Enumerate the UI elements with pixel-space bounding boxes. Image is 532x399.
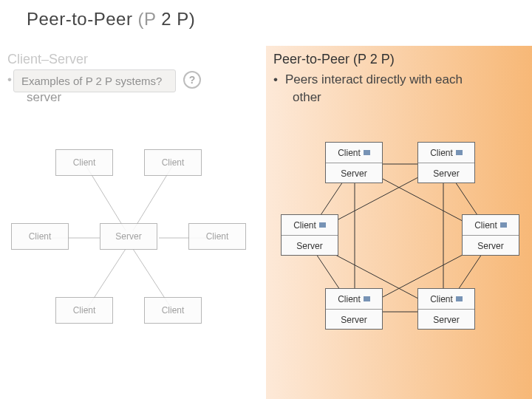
right-column: Peer-to-Peer (P 2 P) • Peers interact di… — [266, 46, 532, 399]
peer-node: Client Server — [462, 214, 519, 256]
cs-client-node: Client — [144, 297, 202, 324]
peer-client-label: Client — [338, 294, 361, 304]
title-part2: (P — [138, 9, 157, 29]
title-part3: 2 P) — [156, 9, 195, 29]
peer-node: Client Server — [325, 288, 383, 330]
bullet-dot: • — [7, 72, 12, 87]
peer-client-label: Client — [430, 148, 453, 158]
cs-client-node: Client — [188, 223, 246, 250]
cs-client-node: Client — [55, 149, 113, 176]
peer-client-label: Client — [293, 220, 316, 231]
cs-client-node: Client — [55, 297, 113, 324]
computer-icon — [364, 296, 370, 301]
peer-server-label: Server — [326, 310, 382, 330]
client-server-diagram: Client Client Client Server Client Clien… — [7, 134, 259, 341]
right-bullet-text2: other — [266, 90, 532, 105]
right-bullet-text1: Peers interact directly with each — [285, 72, 525, 87]
computer-icon — [456, 150, 463, 155]
cs-client-node: Client — [11, 223, 69, 250]
right-bullet: • Peers interact directly with each — [266, 70, 532, 92]
computer-icon — [364, 150, 370, 155]
peer-server-label: Server — [463, 236, 519, 256]
cs-client-node: Client — [144, 149, 202, 176]
peer-server-label: Server — [418, 310, 474, 330]
p2p-diagram: Client Server Client Server Client Serve… — [273, 134, 525, 341]
slide-title: Peer-to-Peer (P 2 P) — [0, 0, 532, 34]
computer-icon — [456, 296, 463, 301]
left-heading: Client–Server — [0, 46, 266, 70]
peer-node: Client Server — [417, 288, 475, 330]
title-part1: Peer-to-Peer — [27, 9, 138, 29]
peer-node: Client Server — [281, 214, 338, 256]
peer-client-label: Client — [430, 294, 453, 304]
question-mark-icon: ? — [183, 71, 201, 89]
peer-node: Client Server — [417, 142, 475, 183]
left-bullet-text2: server — [0, 90, 266, 105]
right-heading: Peer-to-Peer (P 2 P) — [266, 46, 532, 70]
peer-node: Client Server — [325, 142, 383, 183]
peer-client-label: Client — [474, 220, 497, 231]
overlay-question-box: Examples of P 2 P systems? — [13, 69, 176, 92]
bullet-dot: • — [273, 72, 278, 87]
peer-server-label: Server — [326, 163, 382, 184]
peer-server-label: Server — [282, 236, 338, 256]
peer-server-label: Server — [418, 163, 474, 184]
computer-icon — [500, 222, 507, 228]
peer-client-label: Client — [338, 148, 361, 158]
computer-icon — [319, 222, 326, 228]
cs-server-node: Server — [100, 223, 157, 250]
left-column: Client–Server • Clients interact directl… — [0, 46, 266, 399]
